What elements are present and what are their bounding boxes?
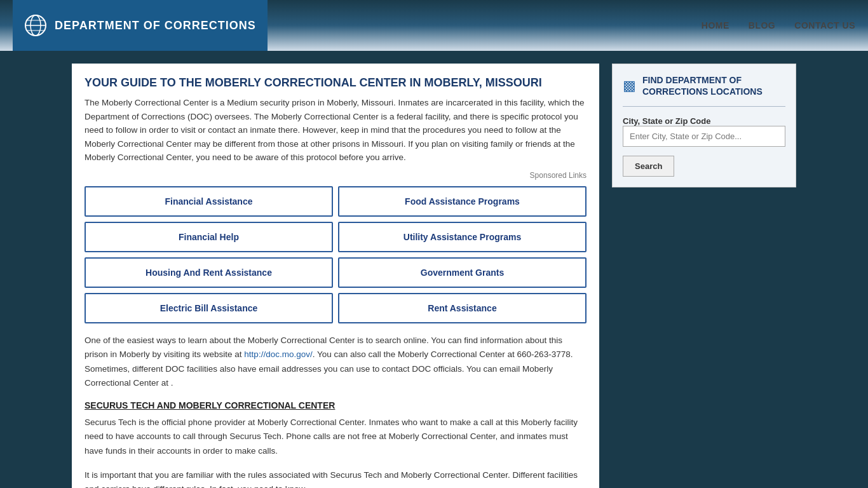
content-area: YOUR GUIDE TO THE MOBERLY CORRECTIONAL C… xyxy=(72,64,599,488)
btn-food-assistance[interactable]: Food Assistance Programs xyxy=(338,186,587,217)
main-nav: HOME BLOG CONTACT US xyxy=(702,20,855,30)
intro-text: The Moberly Correctional Center is a Med… xyxy=(85,96,587,165)
doc-link[interactable]: http://doc.mo.gov/ xyxy=(244,349,312,359)
sidebar: ▩ FIND DEPARTMENT OF CORRECTIONS LOCATIO… xyxy=(612,64,796,488)
nav-blog-link[interactable]: BLOG xyxy=(749,20,775,30)
site-title: DEPARTMENT OF CORRECTIONS xyxy=(55,19,256,32)
sidebar-title: FIND DEPARTMENT OF CORRECTIONS LOCATIONS xyxy=(642,74,785,97)
sidebar-divider xyxy=(623,106,785,107)
nav-home-link[interactable]: HOME xyxy=(702,20,729,30)
btn-utility-assistance[interactable]: Utility Assistance Programs xyxy=(338,222,587,252)
bar-chart-icon: ▩ xyxy=(623,78,636,94)
btn-electric-bill[interactable]: Electric Bill Assistance xyxy=(85,293,333,323)
page-title: YOUR GUIDE TO THE MOBERLY CORRECTIONAL C… xyxy=(85,76,587,90)
assistance-button-grid: Financial Assistance Food Assistance Pro… xyxy=(85,186,587,323)
sidebar-input-label: City, State or Zip Code xyxy=(623,116,710,126)
main-wrapper: YOUR GUIDE TO THE MOBERLY CORRECTIONAL C… xyxy=(65,64,803,488)
body-text-1: One of the easiest ways to learn about t… xyxy=(85,334,587,390)
section-heading: SECURUS TECH AND MOBERLY CORRECTIONAL CE… xyxy=(85,400,587,410)
body-text-2: Securus Tech is the official phone provi… xyxy=(85,416,587,458)
btn-housing-rent[interactable]: Housing And Rent Assistance xyxy=(85,257,333,288)
btn-rent-assistance[interactable]: Rent Assistance xyxy=(338,293,587,323)
search-button[interactable]: Search xyxy=(623,156,674,177)
logo-area: DEPARTMENT OF CORRECTIONS xyxy=(13,0,268,51)
nav-contact-link[interactable]: CONTACT US xyxy=(794,20,855,30)
site-header: DEPARTMENT OF CORRECTIONS HOME BLOG CONT… xyxy=(0,0,868,51)
globe-icon xyxy=(24,14,47,37)
sidebar-box: ▩ FIND DEPARTMENT OF CORRECTIONS LOCATIO… xyxy=(612,64,796,187)
location-search-input[interactable] xyxy=(623,126,785,147)
btn-financial-help[interactable]: Financial Help xyxy=(85,222,333,252)
btn-government-grants[interactable]: Government Grants xyxy=(338,257,587,288)
sponsored-links-label: Sponsored Links xyxy=(85,171,587,180)
body-text-3: It is important that you are familiar wi… xyxy=(85,468,587,488)
btn-financial-assistance[interactable]: Financial Assistance xyxy=(85,186,333,217)
sidebar-header: ▩ FIND DEPARTMENT OF CORRECTIONS LOCATIO… xyxy=(623,74,785,97)
